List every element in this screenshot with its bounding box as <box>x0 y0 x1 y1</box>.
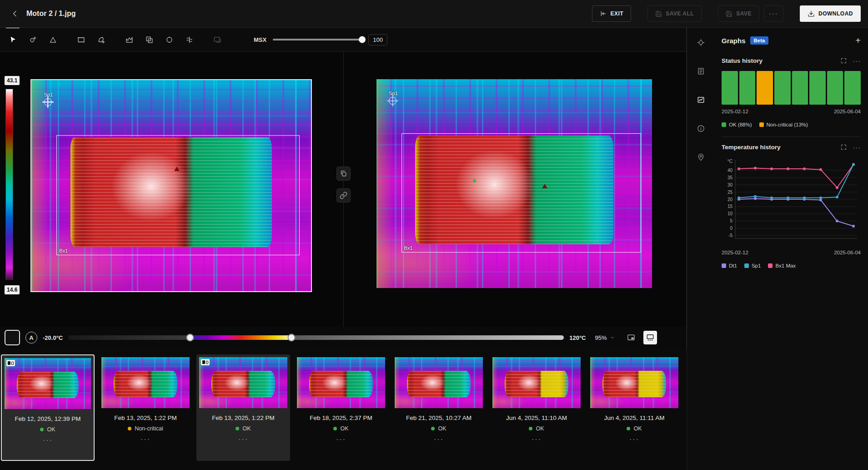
spot-marker-sp1[interactable]: Sp1 <box>44 92 53 106</box>
status-segment[interactable] <box>774 71 791 105</box>
save-all-button[interactable]: SAVE ALL <box>647 5 702 22</box>
status-segment[interactable] <box>757 71 773 105</box>
status-segment[interactable] <box>844 71 861 105</box>
exit-button[interactable]: EXIT <box>592 5 632 22</box>
location-panel-button[interactable] <box>692 149 709 165</box>
report-panel-button[interactable] <box>692 63 709 79</box>
range-max-handle[interactable] <box>287 334 295 342</box>
rectangle-roi-tool-button[interactable] <box>72 30 90 49</box>
msx-slider-handle[interactable] <box>359 36 366 43</box>
filmstrip-item-status-row: OK <box>627 425 642 432</box>
copy-roi-tool-button[interactable] <box>140 30 158 49</box>
filmstrip-item-status: OK <box>633 425 642 432</box>
thermal-image-left[interactable]: Sp1 Bx1 <box>30 79 312 292</box>
line-profile-tool-button[interactable] <box>180 30 198 49</box>
filmstrip-item[interactable]: Feb 12, 2025, 12:39 PM OK ··· <box>1 354 95 461</box>
motor-heat-region <box>114 371 177 397</box>
temperature-scale-bar[interactable] <box>5 89 13 280</box>
svg-text:20: 20 <box>728 197 733 202</box>
zoom-dropdown[interactable]: 95% <box>592 332 619 344</box>
filmstrip-item-status-row: OK <box>529 425 544 432</box>
pip-view-button[interactable] <box>624 331 638 344</box>
filmstrip-thumbnail[interactable] <box>492 357 581 408</box>
select-tool-button[interactable] <box>4 30 22 49</box>
histogram-icon <box>125 35 134 44</box>
thermal-image-right[interactable]: Sp1 Bx1 <box>376 79 652 288</box>
status-history-expand-button[interactable] <box>840 57 847 64</box>
filmstrip-item-more-button[interactable]: ··· <box>629 435 639 444</box>
thermal-thumbnail-image <box>5 358 91 409</box>
filmstrip-thumbnail[interactable] <box>395 357 483 408</box>
delta-tool-button[interactable] <box>44 30 62 49</box>
back-button[interactable] <box>7 6 23 21</box>
filmstrip-thumbnail[interactable] <box>101 357 190 408</box>
status-segment[interactable] <box>722 71 738 105</box>
palette-range-slider[interactable] <box>68 335 564 340</box>
save-button[interactable]: SAVE <box>718 5 759 22</box>
delta-icon <box>49 35 57 44</box>
filmstrip-item-more-button[interactable]: ··· <box>532 435 542 444</box>
chevron-down-icon <box>610 335 615 340</box>
status-segment[interactable] <box>792 71 808 105</box>
graphs-panel-button[interactable] <box>692 91 709 108</box>
filmstrip-item-date: Feb 13, 2025, 1:22 PM <box>114 414 176 421</box>
range-min-handle[interactable] <box>186 334 194 342</box>
info-panel-button[interactable] <box>692 120 709 136</box>
temperature-history-expand-button[interactable] <box>840 144 847 151</box>
histogram-tool-button[interactable] <box>120 30 138 49</box>
thermal-thumbnail-image <box>101 357 190 408</box>
filmstrip-item[interactable]: Jun 4, 2025, 11:10 AM OK ··· <box>490 354 583 461</box>
pane-left-glyph <box>202 360 205 364</box>
filmstrip-item[interactable]: Feb 13, 2025, 1:22 PM OK ··· <box>196 354 290 461</box>
svg-text:5: 5 <box>730 218 733 223</box>
polygon-roi-tool-button[interactable] <box>92 30 110 49</box>
spot-meter-tool-button[interactable] <box>24 30 42 49</box>
roi-box-bx1[interactable]: Bx1 <box>401 133 641 253</box>
filmstrip: Feb 12, 2025, 12:39 PM OK ··· Feb 13, 20… <box>0 349 687 470</box>
status-dot-icon <box>627 427 630 430</box>
filmstrip-item[interactable]: Feb 21, 2025, 10:27 AM OK ··· <box>392 354 486 461</box>
spot-marker-label: Sp1 <box>44 92 53 97</box>
info-icon <box>697 124 705 133</box>
add-graph-button[interactable]: + <box>855 36 861 45</box>
thermal-thumbnail-image <box>590 357 678 408</box>
topbar-more-button[interactable]: ··· <box>764 5 783 22</box>
temperature-history-more-button[interactable]: ··· <box>853 143 861 151</box>
filmstrip-item-status-row: OK <box>40 426 55 433</box>
status-segment[interactable] <box>809 71 826 105</box>
filmstrip-item[interactable]: Jun 4, 2025, 11:11 AM OK ··· <box>587 354 681 461</box>
legend-label: Sp1 <box>752 263 761 268</box>
filmstrip-view-button[interactable] <box>643 331 657 344</box>
status-segment[interactable] <box>827 71 843 105</box>
msx-control: MSX 100 <box>254 34 387 45</box>
roi-box-bx1[interactable]: Bx1 <box>56 135 300 256</box>
status-history-more-button[interactable]: ··· <box>853 57 861 65</box>
status-history-start-date: 2025-02-12 <box>722 109 748 114</box>
circle-roi-tool-button[interactable] <box>160 30 178 49</box>
download-button[interactable]: DOWNLOAD <box>800 5 861 22</box>
svg-text:35: 35 <box>728 175 733 180</box>
laser-target-button[interactable] <box>692 34 709 51</box>
filmstrip-thumbnail[interactable] <box>590 357 678 408</box>
filmstrip-item[interactable]: Feb 18, 2025, 2:37 PM OK ··· <box>294 354 388 461</box>
filmstrip-item[interactable]: Feb 13, 2025, 1:22 PM Non-critical ··· <box>99 354 192 461</box>
save-button-label: SAVE <box>736 10 752 17</box>
filmstrip-item-more-button[interactable]: ··· <box>43 436 53 445</box>
copy-settings-button[interactable] <box>336 167 351 181</box>
auto-scale-button[interactable]: A <box>25 332 37 344</box>
spot-marker-sp1[interactable]: Sp1 <box>389 91 398 105</box>
save-icon <box>726 10 733 17</box>
filmstrip-thumbnail[interactable] <box>5 358 91 409</box>
status-segment[interactable] <box>739 71 756 105</box>
filmstrip-thumbnail[interactable] <box>199 357 287 408</box>
filmstrip-thumbnail[interactable] <box>297 357 385 408</box>
msx-slider[interactable] <box>273 39 362 40</box>
filmstrip-item-more-button[interactable]: ··· <box>140 435 151 444</box>
filmstrip-item-more-button[interactable]: ··· <box>336 435 346 444</box>
image-mode-tool-button[interactable] <box>208 30 226 49</box>
filmstrip-item-more-button[interactable]: ··· <box>434 435 444 444</box>
thermal-mode-toggle-button[interactable] <box>5 330 20 345</box>
legend-swatch-icon <box>768 263 773 268</box>
filmstrip-item-more-button[interactable]: ··· <box>238 435 248 444</box>
link-panes-button[interactable] <box>336 188 351 202</box>
